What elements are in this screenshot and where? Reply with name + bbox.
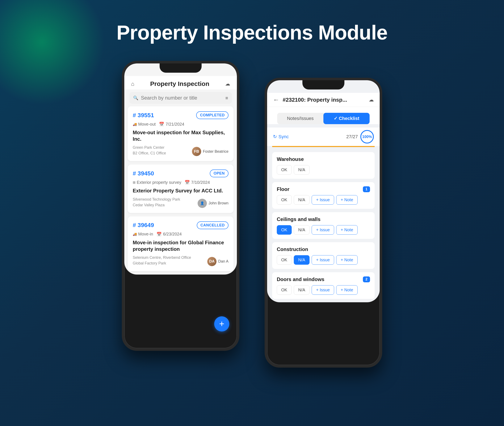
card-1-type-label: Move-out (138, 122, 156, 127)
card-2-location: Silverwood Technology Park Cedar Valley … (133, 197, 180, 208)
section-warehouse-actions: OK N/A (277, 165, 370, 175)
section-floor-name: Floor (277, 186, 289, 192)
construction-note-btn[interactable]: + Note (336, 255, 357, 265)
section-floor-header: Floor 1 (277, 186, 370, 192)
card-3-meta: 🚚 Move-in 📅 6/23/2024 (133, 232, 229, 237)
card-1-location: Green Park Center B2 Office, C1 Office (133, 145, 166, 156)
card-1-title: Move-out inspection for Max Supplies, In… (133, 129, 229, 142)
phone-screen-list: ⌂ Property Inspection ☁ 🔍 ≡ # 39551 COMP… (124, 64, 237, 275)
card-1-date-value: 7/21/2024 (166, 122, 184, 127)
ceilings-note-btn[interactable]: + Note (336, 225, 357, 235)
section-doors-windows: Doors and windows 2 OK N/A + Issue + Not… (272, 272, 375, 299)
phone-detail: ← #232100: Property insp... ☁ Notes/Issu… (265, 78, 382, 368)
section-construction-name: Construction (277, 246, 308, 252)
filter-icon: ≡ (225, 95, 228, 101)
card-2-status: OPEN (210, 170, 229, 177)
card-2-avatar: 👤 (198, 199, 207, 208)
cloud-icon-list[interactable]: ☁ (225, 81, 230, 87)
search-bar[interactable]: 🔍 ≡ (129, 92, 232, 104)
card-2-footer: Silverwood Technology Park Cedar Valley … (133, 197, 229, 208)
tab-notes-issues[interactable]: Notes/Issues (277, 113, 323, 124)
phone-notch-2 (302, 80, 344, 90)
card-1-date: 📅 7/21/2024 (159, 122, 184, 127)
doors-na-btn[interactable]: N/A (294, 285, 309, 295)
card-2-meta: ⊞ Exterior property survey 📅 7/10/2024 (133, 180, 229, 185)
warehouse-na-btn[interactable]: N/A (294, 165, 309, 175)
card-3-assignee: DA Dan A (207, 257, 229, 266)
section-doors-badge: 2 (363, 277, 370, 282)
sync-label: Sync (279, 134, 289, 140)
orange-progress-bar (272, 146, 375, 147)
search-input[interactable] (141, 95, 223, 101)
section-doors-actions: OK N/A + Issue + Note (277, 285, 370, 295)
card-3-header: # 39649 CANCELLED (133, 221, 229, 229)
floor-note-btn[interactable]: + Note (336, 195, 357, 205)
tab-checklist[interactable]: ✓ Checklist (323, 113, 370, 124)
section-doors-name: Doors and windows (277, 277, 324, 282)
progress-circle: 100% (360, 130, 374, 143)
doors-note-btn[interactable]: + Note (336, 285, 357, 295)
calendar-icon-1: 📅 (159, 122, 164, 127)
search-icon: 🔍 (133, 95, 138, 100)
card-2-title: Exterior Property Survey for ACC Ltd. (133, 187, 229, 194)
phone-notch (160, 64, 202, 73)
moveout-icon: 🚚 (133, 122, 137, 126)
inspection-card-1[interactable]: # 39551 COMPLETED 🚚 Move-out 📅 7/21/2024… (128, 106, 233, 161)
floor-na-btn[interactable]: N/A (294, 195, 309, 205)
detail-title: #232100: Property insp... (283, 97, 365, 103)
progress-count: 27/27 (346, 134, 358, 140)
checklist-tabs: Notes/Issues ✓ Checklist (277, 113, 370, 124)
tab-checklist-label: ✓ Checklist (334, 116, 359, 121)
card-3-status: CANCELLED (197, 221, 229, 229)
construction-issue-btn[interactable]: + Issue (312, 255, 334, 265)
back-button[interactable]: ← (273, 96, 279, 103)
card-3-date: 📅 6/23/2024 (156, 232, 182, 237)
ceilings-issue-btn[interactable]: + Issue (312, 225, 334, 235)
detail-header: ← #232100: Property insp... ☁ (267, 93, 380, 107)
card-1-assignee: FB Foster Beatrice (192, 147, 229, 156)
card-1-avatar: FB (192, 147, 201, 156)
cloud-icon-detail[interactable]: ☁ (369, 97, 374, 103)
card-3-avatar: DA (207, 257, 217, 266)
progress-info: 27/27 100% (346, 130, 374, 143)
doors-issue-btn[interactable]: + Issue (312, 285, 334, 295)
card-2-number: # 39450 (133, 170, 154, 177)
inspection-card-3[interactable]: # 39649 CANCELLED 🚚 Move-in 📅 6/23/2024 … (128, 216, 233, 271)
card-3-number: # 39649 (133, 222, 154, 228)
inspection-card-2[interactable]: # 39450 OPEN ⊞ Exterior property survey … (128, 164, 233, 213)
tab-notes-label: Notes/Issues (287, 116, 314, 121)
section-ceilings-name: Ceilings and walls (277, 216, 321, 222)
ceilings-na-btn[interactable]: N/A (294, 225, 309, 235)
card-3-date-value: 6/23/2024 (163, 232, 182, 236)
warehouse-ok-btn[interactable]: OK (277, 165, 292, 175)
doors-ok-btn[interactable]: OK (277, 285, 292, 295)
sync-button[interactable]: ↻ Sync (273, 134, 289, 140)
ceilings-ok-btn[interactable]: OK (277, 225, 292, 235)
card-2-assignee-name: John Brown (209, 201, 229, 206)
section-construction-actions: OK N/A + Issue + Note (277, 255, 370, 265)
checklist-sections: Warehouse OK N/A Floor 1 OK N/A (267, 149, 380, 302)
section-construction: Construction OK N/A + Issue + Note (272, 242, 375, 269)
list-header: ⌂ Property Inspection ☁ (124, 76, 237, 90)
section-ceilings-header: Ceilings and walls (277, 216, 370, 222)
section-ceilings-walls: Ceilings and walls OK N/A + Issue + Note (272, 212, 375, 239)
home-icon[interactable]: ⌂ (131, 81, 134, 87)
card-2-date-value: 7/10/2024 (191, 180, 210, 185)
section-ceilings-actions: OK N/A + Issue + Note (277, 225, 370, 235)
card-1-number: # 39551 (133, 112, 154, 119)
filter-button[interactable]: ≡ (225, 95, 228, 101)
card-1-footer: Green Park Center B2 Office, C1 Office F… (133, 145, 229, 156)
phone-list: ⌂ Property Inspection ☁ 🔍 ≡ # 39551 COMP… (122, 61, 239, 351)
section-construction-header: Construction (277, 246, 370, 252)
construction-ok-btn[interactable]: OK (277, 255, 292, 265)
calendar-icon-3: 📅 (156, 232, 162, 237)
card-1-assignee-name: Foster Beatrice (203, 149, 229, 154)
section-warehouse-name: Warehouse (277, 156, 304, 162)
card-3-footer: Selenium Centre, Riverbend Office Global… (133, 255, 229, 266)
floor-ok-btn[interactable]: OK (277, 195, 292, 205)
card-3-type: 🚚 Move-in (133, 232, 153, 236)
card-3-title: Move-in inspection for Global Finance pr… (133, 239, 229, 252)
construction-na-btn[interactable]: N/A (294, 255, 309, 265)
section-doors-header: Doors and windows 2 (277, 277, 370, 282)
floor-issue-btn[interactable]: + Issue (312, 195, 334, 205)
